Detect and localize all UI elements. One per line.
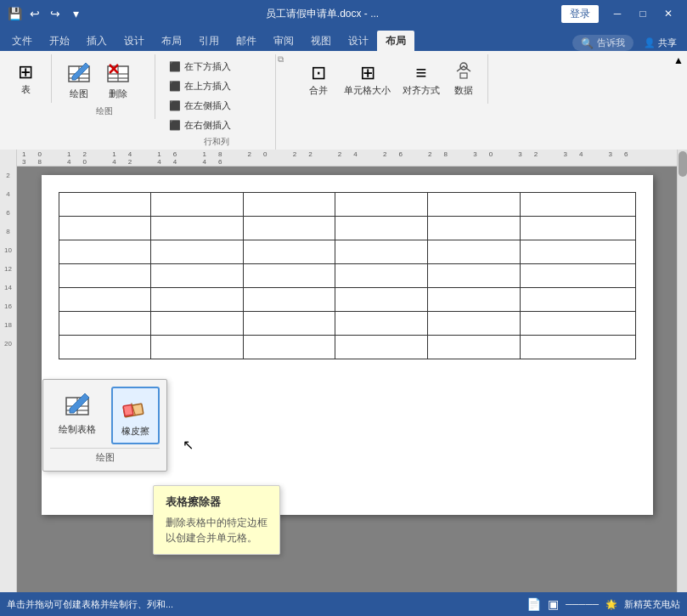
table-cell[interactable] (151, 336, 244, 359)
align-button[interactable]: ≡ 对齐方式 (397, 59, 445, 100)
table-cell[interactable] (335, 217, 428, 240)
table-cell[interactable] (520, 288, 635, 312)
undo-icon[interactable]: ↩ (27, 6, 42, 21)
doc-view-icon[interactable]: 📄 (527, 597, 541, 611)
table-cell[interactable] (243, 288, 335, 312)
tab-review[interactable]: 审阅 (265, 31, 302, 51)
left-ruler-mark: 16 (0, 297, 16, 316)
tell-me-input[interactable]: 🔍 告诉我 (572, 35, 634, 51)
ribbon-group-draw: 绘图 删除 绘图 (53, 54, 155, 119)
table-cell[interactable] (59, 336, 151, 359)
table-cell[interactable] (243, 312, 335, 336)
table-cell[interactable] (335, 288, 428, 312)
table-cell[interactable] (428, 336, 521, 359)
table-cell[interactable] (520, 217, 635, 240)
document-area: 2 4 6 8 10 12 14 16 18 20 10 12 14 16 18… (0, 150, 687, 592)
table-cell[interactable] (59, 264, 151, 288)
draw-group-top: 绘图 删除 (60, 58, 148, 104)
table-cell[interactable] (59, 217, 151, 240)
tab-insert[interactable]: 插入 (78, 31, 115, 51)
table-cell[interactable] (428, 240, 521, 264)
table-cell[interactable] (520, 312, 635, 336)
table-cell[interactable] (243, 217, 335, 240)
minimize-button[interactable]: ─ (605, 4, 629, 23)
draw-popup-label: 绘图 (50, 448, 160, 464)
table-cell[interactable] (59, 288, 151, 312)
doc-scroll-area[interactable]: 绘制表格 橡皮擦 绘图 (17, 167, 677, 592)
table-cell[interactable] (335, 312, 428, 336)
draw-table-button[interactable]: 绘图 (60, 58, 98, 104)
redo-icon[interactable]: ↪ (48, 6, 63, 21)
close-button[interactable]: ✕ (656, 4, 680, 23)
table-row (59, 217, 635, 240)
table-cell[interactable] (243, 240, 335, 264)
tab-mailings[interactable]: 邮件 (228, 31, 265, 51)
table-cell[interactable] (428, 288, 521, 312)
share-button[interactable]: 👤共享 (644, 37, 677, 49)
draw-table-icon (67, 61, 91, 88)
data-icon (453, 61, 474, 84)
insert-below-button[interactable]: ⬛ 在下方插入 (164, 58, 236, 76)
tab-design[interactable]: 设计 (115, 31, 153, 51)
table-cell[interactable] (243, 336, 335, 359)
table-cell[interactable] (151, 240, 244, 264)
table-cell[interactable] (428, 264, 521, 288)
scrollbar-thumb[interactable] (679, 151, 687, 177)
vertical-scrollbar[interactable] (677, 150, 687, 592)
table-cell[interactable] (59, 312, 151, 336)
table-cell[interactable] (151, 217, 244, 240)
table-cell[interactable] (335, 336, 428, 359)
layout-view-icon[interactable]: ▣ (548, 597, 559, 611)
row-col-dialog-launcher[interactable]: ⧉ (278, 54, 291, 78)
table-cell[interactable] (520, 264, 635, 288)
save-icon[interactable]: 💾 (7, 6, 22, 21)
tab-file[interactable]: 文件 (3, 31, 41, 51)
table-cell[interactable] (428, 217, 521, 240)
tab-home[interactable]: 开始 (41, 31, 78, 51)
zoom-slider[interactable]: ───── (566, 599, 599, 609)
insert-below-icon: ⬛ (169, 61, 181, 72)
more-icon[interactable]: ▾ (68, 6, 83, 21)
table-cell[interactable] (428, 193, 521, 217)
table-cell[interactable] (243, 264, 335, 288)
table-cell[interactable] (59, 240, 151, 264)
table-icon: ⊞ (18, 61, 33, 83)
table-cell[interactable] (335, 240, 428, 264)
table-cell[interactable] (335, 193, 428, 217)
table-cell[interactable] (520, 193, 635, 217)
tab-table-design[interactable]: 设计 (340, 31, 377, 51)
table-cell[interactable] (520, 240, 635, 264)
table-cell[interactable] (243, 193, 335, 217)
table-cell[interactable] (335, 264, 428, 288)
table-cell[interactable] (151, 264, 244, 288)
tab-layout[interactable]: 布局 (153, 31, 190, 51)
insert-left-label: 在左侧插入 (184, 99, 231, 112)
insert-left-icon: ⬛ (169, 100, 181, 111)
tab-view[interactable]: 视图 (302, 31, 340, 51)
insert-below-label: 在下方插入 (184, 60, 231, 73)
eraser-popup-btn[interactable]: 橡皮擦 (111, 387, 160, 444)
table-cell[interactable] (151, 193, 244, 217)
insert-above-button[interactable]: ⬛ 在上方插入 (164, 77, 236, 95)
table-cell[interactable] (428, 312, 521, 336)
maximize-button[interactable]: □ (631, 4, 655, 23)
tab-table-layout[interactable]: 布局 (377, 31, 414, 51)
align-label: 对齐方式 (403, 84, 440, 97)
merge-button[interactable]: ⊡ 合并 (300, 59, 337, 100)
draw-table-popup-btn[interactable]: 绘制表格 (50, 387, 104, 444)
login-button[interactable]: 登录 (561, 5, 599, 23)
delete-button[interactable]: 删除 (99, 58, 137, 104)
table-button[interactable]: ⊞ 表 (7, 58, 44, 99)
table-cell[interactable] (151, 312, 244, 336)
table-row (59, 264, 635, 288)
table-cell[interactable] (59, 193, 151, 217)
insert-right-button[interactable]: ⬛ 在右侧插入 (164, 116, 236, 134)
cell-size-button[interactable]: ⊞ 单元格大小 (339, 59, 396, 100)
data-button[interactable]: 数据 (447, 58, 481, 100)
table-row (59, 193, 635, 217)
insert-left-button[interactable]: ⬛ 在左侧插入 (164, 97, 236, 115)
collapse-ribbon-button[interactable]: ▲ (673, 54, 684, 66)
table-cell[interactable] (520, 336, 635, 359)
tab-references[interactable]: 引用 (190, 31, 228, 51)
table-cell[interactable] (151, 288, 244, 312)
